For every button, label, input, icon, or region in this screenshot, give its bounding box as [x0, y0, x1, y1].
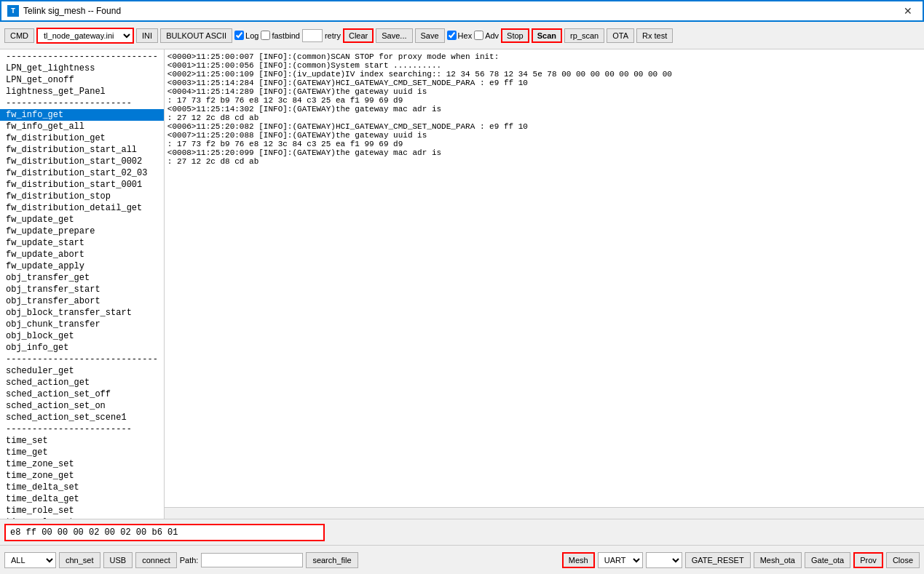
list-item[interactable]: obj_transfer_start	[0, 284, 164, 295]
ini-button[interactable]: INI	[136, 28, 158, 43]
gate-ota-button[interactable]: Gate_ota	[805, 552, 850, 568]
list-item[interactable]: obj_block_transfer_start	[0, 307, 164, 319]
list-item[interactable]: fw_update_get	[0, 214, 164, 226]
list-item[interactable]: obj_block_get	[0, 330, 164, 342]
retry-input[interactable]: 2	[302, 29, 323, 42]
list-item[interactable]: sched_action_set_on	[0, 400, 164, 412]
ota-button[interactable]: OTA	[607, 28, 634, 43]
save-button[interactable]: Save	[415, 28, 445, 43]
list-item[interactable]: LPN_get_onoff	[0, 74, 164, 86]
list-item[interactable]: fw_distribution_start_0002	[0, 156, 164, 167]
title-bar: T Telink sig_mesh -- Found ✕	[0, 0, 924, 22]
list-item[interactable]: time_role_get	[0, 517, 164, 519]
list-item[interactable]: time_set	[0, 435, 164, 447]
list-item[interactable]: lightness_get_Panel	[0, 86, 164, 97]
log-checkbox-label[interactable]: Log	[234, 31, 258, 40]
rx-test-button[interactable]: Rx test	[636, 28, 673, 43]
list-item[interactable]: fw_info_get_all	[0, 121, 164, 132]
list-item[interactable]: fw_distribution_start_all	[0, 144, 164, 156]
list-item[interactable]: fw_distribution_stop	[0, 191, 164, 202]
ini-file-select[interactable]: tl_node_gateway.ini tl_node.ini tl_sig_m…	[38, 29, 133, 42]
list-item[interactable]: fw_update_start	[0, 237, 164, 249]
list-item[interactable]: fw_distribution_detail_get	[0, 202, 164, 214]
stop-button[interactable]: Stop	[501, 28, 529, 43]
close-button[interactable]: Close	[886, 552, 920, 568]
list-item: ------------------------	[0, 97, 164, 109]
list-item[interactable]: scheduler_get	[0, 365, 164, 377]
adv-checkbox[interactable]	[474, 31, 483, 40]
list-item[interactable]: time_get	[0, 447, 164, 458]
list-item[interactable]: time_delta_get	[0, 493, 164, 505]
list-item[interactable]: time_zone_set	[0, 458, 164, 470]
cmd-button[interactable]: CMD	[4, 28, 34, 43]
list-item[interactable]: fw_distribution_start_0001	[0, 179, 164, 191]
bottom-toolbar: ALL NODE GROUP chn_set USB connect Path:…	[0, 545, 924, 574]
connect-button[interactable]: connect	[135, 552, 177, 568]
prov-button[interactable]: Prov	[853, 552, 883, 568]
scan-button[interactable]: Scan	[532, 28, 562, 43]
list-item[interactable]: sched_action_get	[0, 377, 164, 388]
bulkout-button[interactable]: BULKOUT ASCII	[160, 28, 232, 43]
list-item[interactable]: fw_info_get	[0, 109, 164, 121]
list-item: ------------------------	[0, 423, 164, 435]
left-panel: -----------------------------LPN_get_lig…	[0, 49, 165, 519]
list-item[interactable]: LPN_get_lightness	[0, 63, 164, 74]
list-item[interactable]: time_role_set	[0, 505, 164, 517]
adv-checkbox-label[interactable]: Adv	[474, 31, 499, 40]
log-area: <0000>11:25:00:007 [INFO]:(common)SCAN S…	[165, 49, 924, 507]
command-list: -----------------------------LPN_get_lig…	[0, 49, 164, 519]
list-item[interactable]: fw_distribution_start_02_03	[0, 167, 164, 179]
uart-port-select[interactable]	[646, 552, 682, 568]
retry-label: retry	[325, 31, 341, 40]
list-item[interactable]: fw_distribution_get	[0, 132, 164, 144]
gate-reset-button[interactable]: GATE_RESET	[685, 552, 751, 568]
hex-checkbox-label[interactable]: Hex	[447, 31, 473, 40]
list-item: -----------------------------	[0, 354, 164, 365]
ini-dropdown-wrapper: tl_node_gateway.ini tl_node.ini tl_sig_m…	[36, 28, 134, 44]
uart-select[interactable]: UART COM1 COM2	[598, 552, 643, 568]
usb-button[interactable]: USB	[103, 552, 133, 568]
close-window-button[interactable]: ✕	[899, 4, 917, 18]
main-toolbar: CMD tl_node_gateway.ini tl_node.ini tl_s…	[0, 22, 924, 49]
list-item[interactable]: sched_action_set_scene1	[0, 412, 164, 423]
fastbind-checkbox-label[interactable]: fastbind	[261, 31, 300, 40]
title-bar-left: T Telink sig_mesh -- Found	[7, 5, 121, 17]
mesh-button[interactable]: Mesh	[562, 552, 595, 568]
list-item[interactable]: time_zone_get	[0, 470, 164, 482]
right-panel: <0000>11:25:00:007 [INFO]:(common)SCAN S…	[165, 49, 924, 519]
fastbind-checkbox[interactable]	[261, 31, 270, 40]
hex-checkbox[interactable]	[447, 31, 457, 40]
list-item[interactable]: obj_chunk_transfer	[0, 319, 164, 330]
list-item[interactable]: fw_update_apply	[0, 260, 164, 272]
horizontal-scrollbar[interactable]	[165, 507, 924, 519]
all-dropdown-wrapper: ALL NODE GROUP	[4, 552, 56, 568]
list-item[interactable]: time_delta_set	[0, 482, 164, 493]
list-item: -----------------------------	[0, 51, 164, 63]
mesh-ota-button[interactable]: Mesh_ota	[754, 552, 802, 568]
save-dots-button[interactable]: Save...	[376, 28, 412, 43]
list-item[interactable]: fw_update_prepare	[0, 226, 164, 237]
list-item[interactable]: obj_transfer_abort	[0, 295, 164, 307]
path-label: Path:	[180, 556, 199, 565]
list-item[interactable]: obj_info_get	[0, 342, 164, 354]
window-title: Telink sig_mesh -- Found	[23, 6, 121, 16]
all-select[interactable]: ALL NODE GROUP	[4, 552, 56, 568]
bottom-input-bar	[0, 519, 924, 545]
clear-button[interactable]: Clear	[343, 28, 374, 43]
main-area: -----------------------------LPN_get_lig…	[0, 49, 924, 519]
log-checkbox[interactable]	[234, 31, 244, 40]
list-item[interactable]: obj_transfer_get	[0, 272, 164, 284]
search-file-button[interactable]: search_file	[306, 552, 358, 568]
app-icon: T	[7, 5, 19, 17]
hex-input[interactable]	[4, 524, 325, 541]
chn-set-button[interactable]: chn_set	[59, 552, 100, 568]
rp-scan-button[interactable]: rp_scan	[564, 28, 604, 43]
list-item[interactable]: fw_update_abort	[0, 249, 164, 260]
path-input[interactable]	[201, 553, 303, 567]
list-item[interactable]: sched_action_set_off	[0, 388, 164, 400]
